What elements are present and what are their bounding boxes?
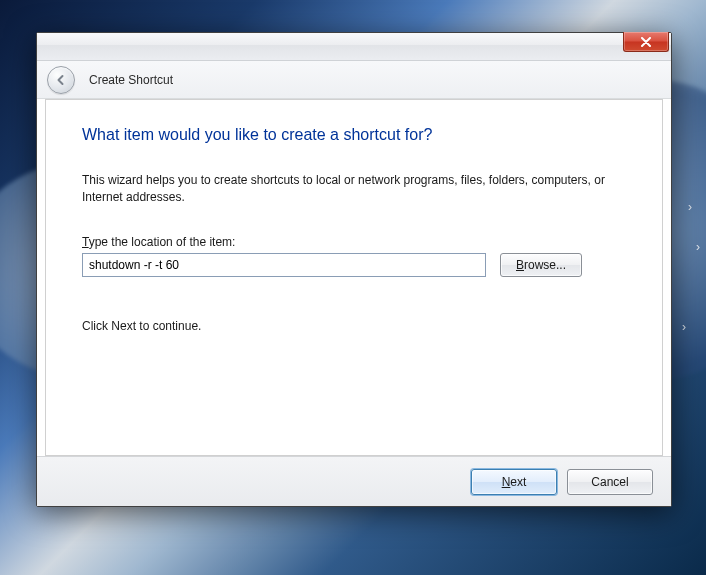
back-arrow-icon [54,73,68,87]
back-button[interactable] [47,66,75,94]
footer: Next Cancel [37,456,671,506]
cancel-button[interactable]: Cancel [567,469,653,495]
nav-row: Create Shortcut [37,61,671,99]
page-description: This wizard helps you to create shortcut… [82,172,622,207]
location-input[interactable] [82,253,486,277]
location-label: Type the location of the item: [82,235,626,249]
location-row: Browse... [82,253,626,277]
titlebar[interactable] [37,33,671,61]
browse-button[interactable]: Browse... [500,253,582,277]
window-title: Create Shortcut [89,73,173,87]
next-button[interactable]: Next [471,469,557,495]
wallpaper-bird: › [688,200,692,214]
close-icon [640,37,652,47]
continue-hint: Click Next to continue. [82,319,626,333]
page-heading: What item would you like to create a sho… [82,126,626,144]
close-button[interactable] [623,32,669,52]
content-pane: What item would you like to create a sho… [45,99,663,456]
wallpaper-bird: › [696,240,700,254]
wallpaper-bird: › [682,320,686,334]
create-shortcut-window: Create Shortcut What item would you like… [36,32,672,507]
